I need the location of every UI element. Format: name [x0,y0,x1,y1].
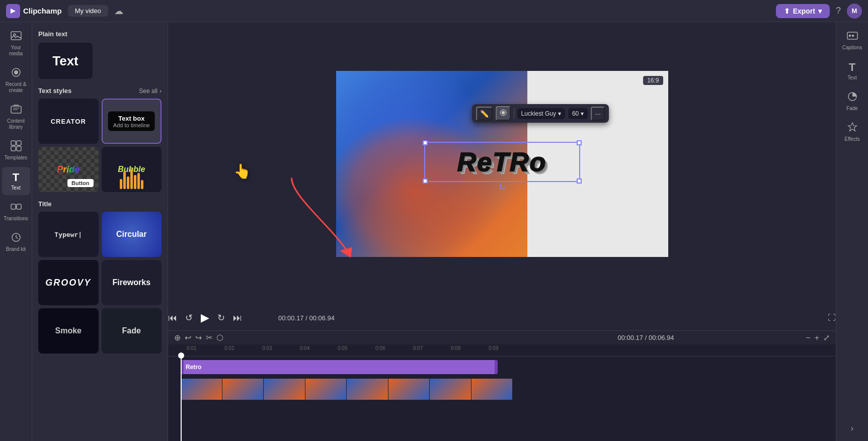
captions-label: Captions [842,45,862,51]
sidebar-item-brand-kit[interactable]: Brand kit [2,228,30,256]
style-card-textbox[interactable]: Text box Add to timeline [102,99,162,144]
font-selector[interactable]: Luckiest Guy ▾ [517,108,565,119]
redo-button[interactable]: ↪ [195,333,202,342]
video-preview[interactable]: ✏️ Luckiest Guy ▾ 60 ▾ [168,22,836,305]
style-button[interactable] [496,106,511,121]
sidebar-item-transitions[interactable]: Transitions [2,197,30,226]
pride-text: Pride [57,164,80,175]
plain-text-card[interactable]: Text [38,43,93,79]
video-title-tab[interactable]: My video [68,5,108,17]
svg-rect-19 [852,35,854,37]
text-sidebar-icon: T [13,171,19,184]
font-name: Luckiest Guy [521,110,556,117]
record-icon [11,67,22,80]
collapse-right-panel[interactable]: › [838,420,866,437]
app-name: Clipchamp [23,7,62,15]
logo[interactable]: Clipchamp [6,4,62,18]
skip-start-button[interactable]: ⏮ [168,313,177,323]
ruler-marks: 0:01 0:02 0:03 0:04 0:05 0:06 0:07 0:08 … [187,345,830,356]
right-panel-effects[interactable]: Effects [838,118,866,146]
cut-button[interactable]: ✂ [206,333,212,342]
right-panel-text[interactable]: T Text [838,57,866,85]
sidebar-item-label-templates: Templates [5,155,28,161]
rewind-button[interactable]: ↺ [185,312,193,323]
textbox-tooltip-title: Text box [113,115,150,122]
text-selection-box[interactable]: ReTRo ↻ [424,142,580,182]
ruler-mark-6: 0:07 [413,345,423,351]
logo-icon [6,4,20,18]
svg-rect-8 [11,141,16,145]
more-options-button[interactable]: ··· [591,107,605,121]
zoom-out-button[interactable]: − [806,333,810,342]
font-chevron-icon: ▾ [558,110,561,117]
handle-bottom-left[interactable] [423,179,428,184]
playback-time: 00:00.17 / 00:06.94 [278,314,335,322]
title-card-fireworks[interactable]: Fireworks [102,260,162,305]
main-layout: Your media Record & create Content lib [0,22,868,441]
fit-button[interactable]: ⤢ [823,333,830,342]
sidebar-item-your-media[interactable]: Your media [2,26,30,61]
title-card-fade[interactable]: Fade [102,308,162,354]
neon-bars [120,169,143,189]
collapse-icon: › [851,424,853,433]
magnet-button[interactable]: ⊕ [174,333,181,342]
ruler-mark-8: 0:09 [489,345,498,351]
typewriter-text: Typewr| [54,231,82,238]
playback-bar: ⏮ ↺ ▶ ↻ ⏭ 00:00.17 / 00:06.94 ⛶ [168,305,836,330]
right-panel-captions[interactable]: Captions [838,26,866,55]
see-all-button[interactable]: See all › [139,87,162,95]
transitions-icon [11,201,22,215]
right-panel: Captions T Text Fade Effects [836,22,868,441]
topbar: Clipchamp My video ☁ ⬆ Export ▾ ? M [0,0,868,22]
pen-tool-button[interactable]: ✏️ [476,107,493,121]
circular-text: Circular [116,230,146,239]
style-card-bubble[interactable]: Bubble [102,147,162,192]
icon-sidebar: Your media Record & create Content lib [0,22,32,441]
text-styles-grid: CREATOR Text box Add to timeline Pride B… [38,99,162,192]
text-styles-header: Text styles See all › [38,87,162,95]
title-card-circular[interactable]: Circular [102,212,162,257]
sidebar-item-templates[interactable]: Templates [2,136,30,165]
smoke-text: Smoke [55,326,82,335]
title-card-smoke[interactable]: Smoke [38,308,99,354]
svg-rect-18 [849,35,851,37]
sidebar-item-label-transitions: Transitions [4,216,28,222]
timeline-time: 00:00.17 / 00:06.94 [490,334,802,341]
avatar[interactable]: M [847,4,862,19]
sidebar-item-record[interactable]: Record & create [2,63,30,98]
textbox-tooltip: Text box Add to timeline [108,112,155,131]
fade-icon [847,91,858,105]
fullscreen-button[interactable]: ⛶ [828,313,836,322]
skip-end-button[interactable]: ⏭ [233,313,242,323]
retro-text-element[interactable]: ReTRo [457,147,547,177]
text-format-toolbar: ✏️ Luckiest Guy ▾ 60 ▾ [472,104,609,123]
text-track-handle-right[interactable] [495,360,498,374]
play-button[interactable]: ▶ [201,311,209,324]
zoom-in-button[interactable]: + [815,333,819,342]
rotate-handle[interactable]: ↻ [499,183,505,192]
video-track[interactable] [181,379,513,400]
title-card-typewriter[interactable]: Typewr| [38,212,99,257]
handle-bottom-right[interactable] [577,179,582,184]
cursor-arrow-icon: 👆 [233,163,251,179]
sidebar-item-content-library[interactable]: Content library [2,100,30,134]
copy-button[interactable]: ⬡ [216,333,223,342]
cursor-overlay: 👆 [233,163,259,188]
templates-icon [11,140,22,154]
aspect-ratio-badge[interactable]: 16:9 [643,76,663,85]
fast-forward-button[interactable]: ↻ [217,312,225,323]
style-card-pride[interactable]: Pride Button [38,147,99,192]
timeline-playhead[interactable] [181,357,182,441]
title-card-groovy[interactable]: GROOVY [38,260,99,305]
export-button[interactable]: ⬆ Export ▾ [776,4,830,18]
style-card-creator[interactable]: CREATOR [38,99,99,144]
sidebar-item-text[interactable]: T Text [2,167,30,195]
handle-top-right[interactable] [577,140,582,145]
text-track[interactable]: Retro [181,360,498,374]
help-button[interactable]: ? [836,6,841,16]
ruler-mark-1: 0:02 [224,345,234,351]
right-panel-fade[interactable]: Fade [838,87,866,116]
undo-button[interactable]: ↩ [185,333,191,342]
handle-top-left[interactable] [423,140,428,145]
font-size-selector[interactable]: 60 ▾ [568,108,588,119]
